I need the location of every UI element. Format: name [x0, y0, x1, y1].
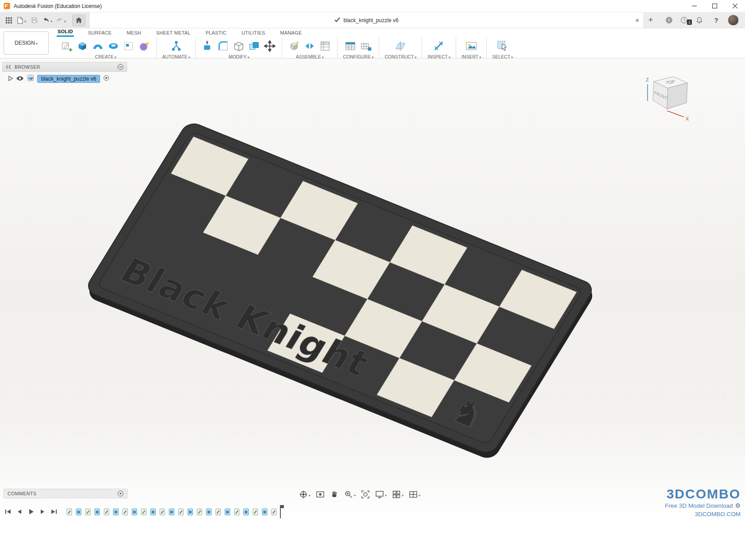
expand-arrow-icon[interactable]	[8, 75, 13, 83]
timeline-extrude-feature[interactable]	[169, 508, 175, 516]
play-button[interactable]	[27, 507, 35, 516]
minimize-button[interactable]	[684, 0, 704, 12]
timeline-extrude-feature[interactable]	[225, 508, 230, 516]
tab-manage[interactable]: MANAGE	[279, 30, 303, 37]
version-history-icon[interactable]: 1	[680, 16, 688, 24]
timeline-sketch-feature[interactable]	[215, 508, 221, 516]
bom-list-icon[interactable]	[318, 39, 332, 53]
tab-solid[interactable]: SOLID	[57, 28, 74, 37]
browser-document-row[interactable]: black_knight_puzzle v6	[2, 72, 127, 83]
timeline-sketch-feature[interactable]	[271, 508, 277, 516]
timeline-sketch-feature[interactable]	[234, 508, 240, 516]
select-tool-icon[interactable]	[496, 39, 509, 53]
create-form-icon[interactable]	[138, 39, 151, 53]
redo-button[interactable]	[55, 15, 67, 26]
pattern-icon[interactable]	[122, 39, 136, 53]
visibility-eye-icon[interactable]	[16, 75, 24, 83]
browser-document-name[interactable]: black_knight_puzzle v6	[37, 75, 100, 83]
revolve-torus-icon[interactable]	[107, 39, 120, 53]
timeline-sketch-feature[interactable]	[104, 508, 109, 516]
help-icon[interactable]: ?	[711, 15, 722, 26]
tab-mesh[interactable]: MESH	[126, 30, 142, 37]
fillet-icon[interactable]	[217, 39, 230, 53]
collapse-chevrons-icon[interactable]	[6, 63, 11, 71]
timeline-end-marker[interactable]	[279, 505, 284, 518]
go-to-start-button[interactable]	[4, 507, 12, 516]
measure-icon[interactable]	[432, 39, 446, 53]
timeline-sketch-feature[interactable]	[85, 508, 91, 516]
chevron-down-icon	[50, 16, 52, 24]
document-tab[interactable]: black_knight_puzzle v6 ×	[89, 12, 644, 28]
configuration-insert-icon[interactable]	[359, 39, 372, 53]
file-menu-button[interactable]	[16, 15, 27, 26]
user-avatar[interactable]	[728, 15, 739, 26]
timeline-extrude-feature[interactable]	[132, 508, 137, 516]
browser-collapse-icon[interactable]	[117, 64, 124, 70]
timeline-extrude-feature[interactable]	[94, 508, 100, 516]
zoom-icon[interactable]	[343, 489, 357, 500]
display-settings-icon[interactable]	[374, 489, 388, 500]
orbit-icon[interactable]	[298, 489, 312, 500]
timeline-extrude-feature[interactable]	[243, 508, 249, 516]
puzzle-board[interactable]: Black Knight♞	[84, 121, 596, 455]
timeline-sketch-feature[interactable]	[141, 508, 147, 516]
extrude-arch-icon[interactable]	[91, 39, 105, 53]
timeline-extrude-feature[interactable]	[76, 508, 81, 516]
app-grid-icon[interactable]	[4, 15, 14, 26]
maximize-button[interactable]	[704, 0, 725, 12]
tab-close-icon[interactable]: ×	[635, 17, 639, 23]
puzzle-board-3d[interactable]: Black Knight♞	[0, 58, 745, 560]
undo-button[interactable]	[41, 15, 53, 26]
timeline-sketch-feature[interactable]	[178, 508, 184, 516]
fit-view-icon[interactable]	[360, 489, 371, 500]
timeline-sketch-feature[interactable]	[159, 508, 165, 516]
new-tab-button[interactable]: +	[644, 12, 657, 28]
timeline-feature-strip[interactable]	[66, 508, 277, 516]
job-status-icon[interactable]	[664, 15, 674, 26]
viewports-icon[interactable]	[407, 489, 422, 500]
pan-hand-icon[interactable]	[329, 489, 340, 500]
step-back-button[interactable]	[15, 507, 24, 516]
notifications-bell-icon[interactable]	[694, 15, 705, 26]
comments-expand-icon[interactable]	[117, 490, 124, 497]
timeline-extrude-feature[interactable]	[262, 508, 268, 516]
create-sketch-icon[interactable]	[60, 39, 74, 53]
configuration-table-icon[interactable]	[344, 39, 357, 53]
timeline-extrude-feature[interactable]	[206, 508, 212, 516]
home-view-button[interactable]	[72, 15, 85, 26]
grid-settings-icon[interactable]	[391, 489, 405, 500]
tab-surface[interactable]: SURFACE	[87, 30, 113, 37]
timeline-sketch-feature[interactable]	[197, 508, 202, 516]
timeline-sketch-feature[interactable]	[122, 508, 128, 516]
tab-utilities[interactable]: UTILITIES	[241, 30, 266, 37]
save-button[interactable]	[29, 15, 39, 26]
browser-header[interactable]: BROWSER	[2, 62, 127, 72]
close-button[interactable]	[725, 0, 745, 12]
timeline-sketch-feature[interactable]	[252, 508, 258, 516]
step-forward-button[interactable]	[38, 507, 47, 516]
combine-icon[interactable]	[248, 39, 261, 53]
tab-plastic[interactable]: PLASTIC	[205, 30, 227, 37]
look-at-icon[interactable]	[314, 489, 326, 500]
automate-icon[interactable]	[170, 39, 183, 53]
insert-canvas-icon[interactable]	[465, 39, 478, 53]
move-copy-icon[interactable]	[263, 39, 276, 53]
workspace-switcher[interactable]: DESIGN	[4, 31, 49, 54]
origin-target-icon[interactable]	[103, 75, 109, 83]
joint-icon[interactable]	[303, 39, 316, 53]
view-cube[interactable]: TOP FRONT Z X	[641, 69, 699, 124]
chevron-down-icon	[418, 490, 420, 498]
model-viewport[interactable]: Black Knight♞ BROWSER black_knight_puzzl…	[0, 58, 745, 560]
comments-bar[interactable]: COMMENTS	[4, 489, 128, 498]
tab-sheet-metal[interactable]: SHEET METAL	[155, 30, 192, 37]
go-to-end-button[interactable]	[50, 507, 58, 516]
shell-icon[interactable]	[232, 39, 245, 53]
timeline-extrude-feature[interactable]	[113, 508, 119, 516]
timeline-extrude-feature[interactable]	[187, 508, 193, 516]
new-component-icon[interactable]	[287, 39, 301, 53]
construction-plane-icon[interactable]	[394, 39, 407, 53]
press-pull-icon[interactable]	[201, 39, 214, 53]
timeline-sketch-feature[interactable]	[66, 508, 72, 516]
box-primitive-icon[interactable]	[76, 39, 89, 53]
timeline-extrude-feature[interactable]	[150, 508, 156, 516]
